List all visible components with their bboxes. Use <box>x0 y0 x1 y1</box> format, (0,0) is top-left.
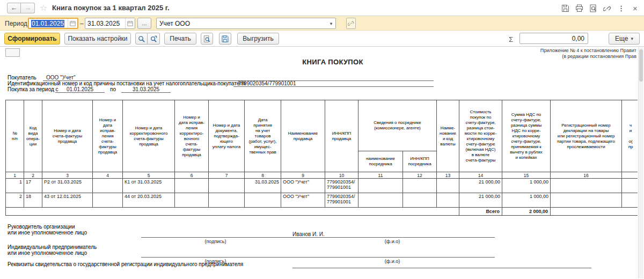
open-link-icon-button[interactable] <box>346 18 356 29</box>
show-settings-button[interactable]: Показать настройки <box>64 33 131 45</box>
forward-button[interactable]: → <box>21 3 35 13</box>
table-cell[interactable]: 1 <box>6 179 24 193</box>
table-cell[interactable]: 1 000,00 <box>502 179 551 193</box>
col-header-11: наименование посредника <box>358 151 403 172</box>
period-label: Период: <box>5 20 29 27</box>
col-number: 11 <box>358 172 403 179</box>
save-icon-button[interactable] <box>219 33 231 45</box>
table-row: 1 17 Р2 от 31.03.2025 К1 от 31.03.2025 3… <box>6 179 638 193</box>
col-header-13: Наиме- нование и код валюты <box>437 100 459 172</box>
close-icon[interactable]: × <box>631 4 640 12</box>
table-cell[interactable] <box>551 193 622 208</box>
table-cell[interactable] <box>245 193 281 208</box>
date-from-input[interactable]: 01.01.2025 <box>28 18 78 29</box>
table-cell[interactable]: 17 <box>24 179 42 193</box>
scrollbar-thumb[interactable] <box>639 49 643 82</box>
table-cell[interactable] <box>93 193 123 208</box>
table-cell[interactable]: 31.03.2025 <box>245 179 281 193</box>
table-cell[interactable]: ООО "Учет" <box>281 193 325 208</box>
entrepreneur-label-line2: или иное уполномоченное лицо <box>8 250 87 256</box>
preview-icon[interactable] <box>589 4 598 12</box>
report-canvas: Приложение № 4 к постановлению Правит (в… <box>0 47 644 279</box>
col-header-2: Код вида опера- ции <box>24 100 42 172</box>
more-menu-icon[interactable]: ⋮ <box>617 4 626 12</box>
table-cell[interactable]: 18 <box>24 193 42 208</box>
favorite-star-icon[interactable]: ☆ <box>40 3 47 13</box>
table-cell[interactable]: 21 000,00 <box>459 193 502 208</box>
col-number: 1 <box>6 172 24 179</box>
col-header-1: № п/п <box>6 100 24 172</box>
col-number: 16 <box>551 172 622 179</box>
total-value[interactable]: 2 000,00 <box>502 208 551 216</box>
table-cell[interactable]: 43 от 12.01.2025 <box>42 193 93 208</box>
col-number: 5 <box>123 172 175 179</box>
generate-button[interactable]: Сформировать <box>4 33 60 45</box>
save-icon[interactable] <box>561 4 570 12</box>
table-cell[interactable] <box>551 179 622 193</box>
col-header-5: Номер и дата корректировочного счета-фак… <box>123 100 175 172</box>
window-actions: ⋮ × <box>561 4 640 12</box>
table-cell[interactable] <box>622 179 638 193</box>
period-ellipsis-button[interactable]: ... <box>137 18 151 29</box>
calendar-icon[interactable] <box>68 19 77 28</box>
col-header-9: Наименование продавца <box>281 100 325 172</box>
col-number: 9 <box>281 172 325 179</box>
title-bar: ← → ☆ Книга покупок за 1 квартал 2025 г.… <box>0 0 644 16</box>
date-to-input[interactable]: 31.03.2025 <box>85 18 135 29</box>
search-next-icon-button[interactable] <box>148 33 160 45</box>
table-cell[interactable] <box>209 179 245 193</box>
vertical-scrollbar[interactable] <box>638 47 643 278</box>
col-header-6: Номер и дата исправ- ления корректиро- в… <box>175 100 209 172</box>
back-button[interactable]: ← <box>7 3 21 13</box>
table-cell[interactable] <box>403 179 437 193</box>
col-header-7: Номер и дата документа, подтвержда- ющег… <box>209 100 245 172</box>
table-cell[interactable] <box>403 193 437 208</box>
table-cell[interactable]: 1 000,00 <box>502 193 551 208</box>
col-number: 13 <box>437 172 459 179</box>
print-button[interactable]: Печать <box>164 33 196 45</box>
cell-cursor[interactable] <box>5 48 20 57</box>
more-button[interactable]: Еще ▾ <box>609 33 640 45</box>
table-cell[interactable]: 2 <box>6 193 24 208</box>
table-cell[interactable]: 44 от 20.03.2025 <box>123 193 175 208</box>
table-cell[interactable] <box>209 193 245 208</box>
period-text-label: Покупка за период с <box>8 86 58 92</box>
print-preview-icon-button[interactable] <box>201 33 213 45</box>
table-cell[interactable] <box>358 193 403 208</box>
col-number: 10 <box>325 172 358 179</box>
table-cell[interactable]: 7799020354/ 779901001 <box>325 179 358 193</box>
buyer-label: Покупатель <box>8 75 36 80</box>
sum-field[interactable]: 0,00 <box>519 33 588 44</box>
table-cell[interactable]: ООО "Учет" <box>281 179 325 193</box>
zoom-buttons <box>135 33 160 45</box>
manager-label-line1: Руководитель организации <box>8 224 75 230</box>
col-number: 6 <box>175 172 209 179</box>
print-icon[interactable] <box>575 4 584 12</box>
organization-combobox[interactable]: Учет ООО ▾ <box>156 18 336 29</box>
calendar-icon[interactable] <box>125 18 135 28</box>
report-toolbar: Сформировать Показать настройки Печать В… <box>0 31 644 47</box>
table-cell[interactable]: Р2 от 31.03.2025 <box>42 179 93 193</box>
link-icon[interactable] <box>603 4 612 12</box>
table-cell[interactable] <box>622 193 638 208</box>
requisites-label: Реквизиты свидетельства о государственно… <box>8 261 243 267</box>
table-cell[interactable]: К1 от 31.03.2025 <box>123 179 175 193</box>
date-range-dash: – <box>80 20 84 27</box>
table-cell[interactable] <box>175 193 209 208</box>
filter-panel: Период: 01.01.2025 – 31.03.2025 ... Учет… <box>0 16 644 31</box>
table-cell[interactable] <box>93 179 123 193</box>
signature-line <box>141 231 290 238</box>
table-cell[interactable] <box>358 179 403 193</box>
purchase-book-table: № п/п Код вида опера- ции Номер и дата с… <box>5 100 638 216</box>
col-header-15: Сумма НДС по счету-фактуре, разница сумм… <box>502 100 551 172</box>
table-cell[interactable] <box>437 193 459 208</box>
date-to-value: 31.03.2025 <box>85 20 125 27</box>
manager-label-line2: или иное уполномоченное лицо <box>8 230 87 236</box>
search-icon-button[interactable] <box>135 33 148 45</box>
table-cell[interactable]: 21 000,00 <box>459 179 502 193</box>
table-cell[interactable]: 7799020354/ 779901001 <box>325 193 358 208</box>
table-cell[interactable] <box>175 179 209 193</box>
export-button[interactable]: Выгрузить <box>237 33 279 45</box>
chevron-down-icon[interactable]: ▾ <box>327 21 335 26</box>
table-cell[interactable] <box>437 179 459 193</box>
